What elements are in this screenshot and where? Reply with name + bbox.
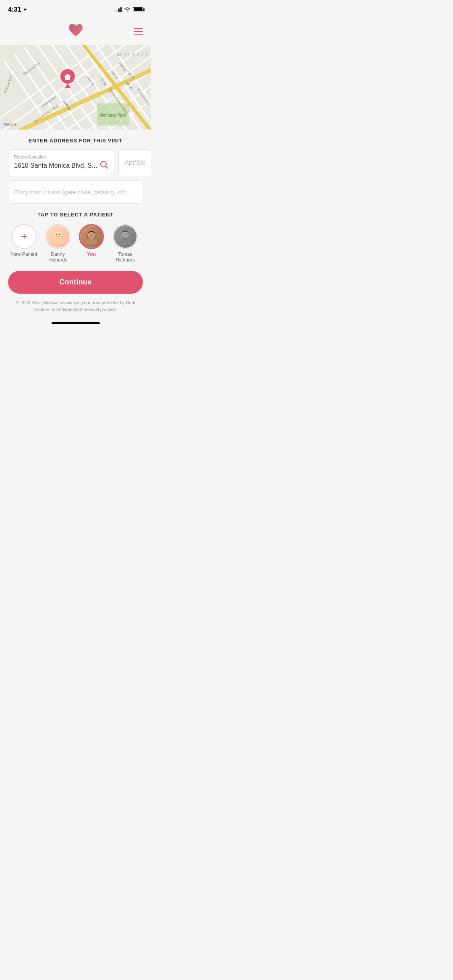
patient-item-tomas[interactable]: Tomas Richards <box>110 224 141 263</box>
patients-row: + New Patient Danny Richards <box>8 224 143 263</box>
map-container: Memorial Park MID-CITY California Ave Wi… <box>0 45 151 130</box>
patient-location-field[interactable]: Patient Location 1610 Santa Monica Blvd,… <box>8 149 114 176</box>
svg-text:Memorial Park: Memorial Park <box>100 113 126 117</box>
patient-location-value: 1610 Santa Monica Blvd, S... <box>14 160 108 171</box>
location-arrow-icon <box>23 7 27 12</box>
address-row: Patient Location 1610 Santa Monica Blvd,… <box>8 149 143 176</box>
patient-section-title: TAP TO SELECT A PATIENT <box>8 212 143 218</box>
search-icon[interactable] <box>99 160 108 171</box>
patient-name-danny: Danny Richards <box>42 251 73 263</box>
patient-item-you[interactable]: You <box>77 224 105 263</box>
svg-point-56 <box>126 234 127 235</box>
patient-item-new[interactable]: + New Patient <box>10 224 38 263</box>
add-patient-icon: + <box>21 231 27 242</box>
content-area: ENTER ADDRESS FOR THIS VISIT Patient Loc… <box>0 130 151 319</box>
patient-name-tomas: Tomas Richards <box>110 251 141 263</box>
svg-rect-38 <box>66 78 69 80</box>
instructions-field[interactable]: Entry instructions (gate code, parking, … <box>8 180 143 204</box>
patient-avatar-new: + <box>12 224 37 249</box>
svg-text:MID-CITY: MID-CITY <box>117 51 150 58</box>
wifi-icon <box>124 7 130 13</box>
map-svg: Memorial Park MID-CITY California Ave Wi… <box>0 45 151 130</box>
svg-text:Google: Google <box>4 122 17 126</box>
patient-avatar-danny <box>46 224 70 249</box>
status-time: 4:31 <box>8 6 27 13</box>
svg-point-43 <box>52 239 64 244</box>
app-header <box>0 18 151 45</box>
patient-item-danny[interactable]: Danny Richards <box>42 224 73 263</box>
svg-line-41 <box>106 167 108 169</box>
heal-logo-svg <box>66 21 86 39</box>
svg-point-55 <box>124 234 124 235</box>
patient-avatar-tomas <box>113 224 138 249</box>
avatar-man <box>114 225 137 248</box>
apt-placeholder: Apt/Ste <box>124 159 145 167</box>
svg-point-47 <box>86 239 97 244</box>
apt-field[interactable]: Apt/Ste <box>118 149 151 176</box>
patient-name-new: New Patient <box>11 251 37 257</box>
avatar-baby <box>47 225 69 248</box>
svg-point-51 <box>92 235 93 235</box>
continue-button[interactable]: Continue <box>8 271 143 294</box>
address-section-title: ENTER ADDRESS FOR THIS VISIT <box>8 138 143 144</box>
avatar-woman <box>80 225 103 248</box>
status-bar: 4:31 <box>0 0 151 18</box>
footer-text: © 2018 Heal. Medical services in your ar… <box>8 299 143 319</box>
home-indicator <box>0 319 151 329</box>
instructions-placeholder: Entry instructions (gate code, parking, … <box>14 189 130 196</box>
home-bar <box>52 322 100 324</box>
battery-icon <box>133 7 143 12</box>
patient-location-label: Patient Location <box>14 154 108 159</box>
patient-avatar-you <box>79 224 104 249</box>
svg-point-45 <box>56 234 57 235</box>
svg-point-50 <box>90 235 91 235</box>
app-logo <box>66 21 86 39</box>
svg-point-46 <box>59 234 60 235</box>
patient-name-you: You <box>87 251 96 257</box>
status-icons <box>114 7 143 13</box>
menu-button[interactable] <box>134 28 143 35</box>
signal-bars <box>114 7 122 12</box>
